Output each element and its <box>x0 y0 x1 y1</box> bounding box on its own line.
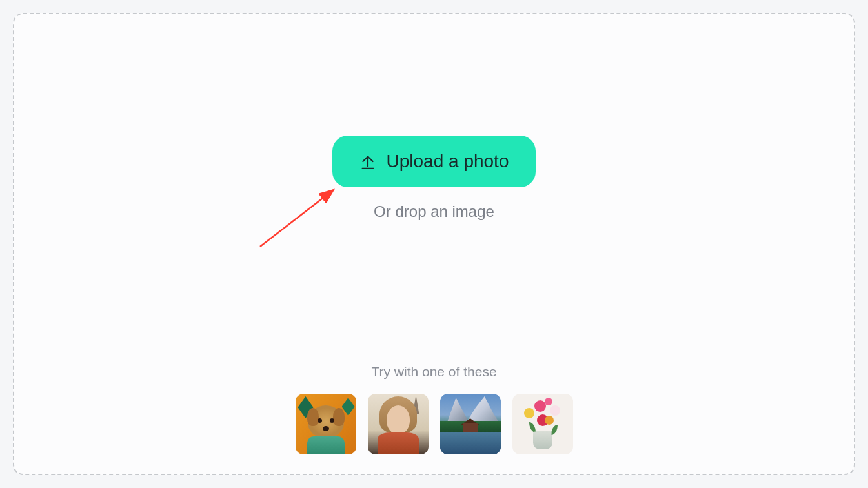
upload-button[interactable]: Upload a photo <box>332 136 536 187</box>
drop-hint-text: Or drop an image <box>374 203 494 221</box>
upload-icon <box>359 153 376 170</box>
sample-thumbnail-mountains[interactable] <box>440 394 501 454</box>
sample-thumbnail-dog[interactable] <box>296 394 356 454</box>
sample-thumbnail-flowers[interactable] <box>512 394 573 454</box>
divider-line <box>512 372 564 372</box>
divider-line <box>304 372 356 372</box>
upload-button-label: Upload a photo <box>387 151 509 172</box>
sample-thumbnail-woman[interactable] <box>368 394 429 454</box>
samples-section: Try with one of these <box>296 364 573 454</box>
samples-heading: Try with one of these <box>371 364 496 380</box>
sample-thumbnails <box>296 394 573 454</box>
samples-header: Try with one of these <box>304 364 563 380</box>
upload-dropzone[interactable]: Upload a photo Or drop an image Try with… <box>13 13 855 475</box>
upload-section: Upload a photo Or drop an image <box>332 136 536 221</box>
